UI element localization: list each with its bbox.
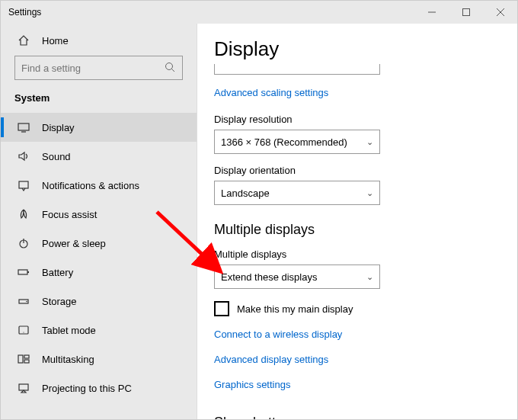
sidebar-item-label: Sound (42, 151, 71, 162)
power-icon (18, 237, 30, 249)
link-advanced-scaling[interactable]: Advanced scaling settings (214, 87, 328, 98)
orientation-label: Display orientation (214, 165, 517, 176)
body: Home System Display Sound (1, 24, 517, 419)
orientation-select[interactable]: Landscape ⌄ (214, 181, 380, 205)
resolution-value: 1366 × 768 (Recommended) (221, 136, 347, 148)
search-input[interactable] (14, 56, 183, 80)
home-label: Home (42, 35, 69, 46)
sidebar-item-battery[interactable]: Battery (1, 258, 197, 287)
sidebar-item-sound[interactable]: Sound (1, 142, 197, 171)
svg-rect-12 (27, 271, 29, 273)
svg-rect-17 (18, 355, 23, 363)
multiple-displays-heading: Multiple displays (214, 222, 517, 238)
chevron-down-icon: ⌄ (366, 137, 373, 147)
svg-rect-8 (19, 181, 28, 188)
sidebar-item-storage[interactable]: Storage (1, 287, 197, 316)
svg-point-16 (23, 332, 24, 332)
multiple-displays-value: Extend these displays (221, 271, 317, 283)
multiple-displays-select[interactable]: Extend these displays ⌄ (214, 265, 380, 289)
sidebar-item-label: Battery (42, 267, 73, 278)
svg-rect-20 (19, 384, 28, 390)
scale-field-frame (214, 64, 380, 75)
sidebar-item-label: Tablet mode (42, 325, 96, 336)
multiple-displays-label: Multiple displays (214, 248, 517, 260)
svg-point-4 (166, 63, 173, 70)
window-title: Settings (8, 7, 41, 18)
sidebar-section-label: System (1, 85, 197, 113)
chevron-down-icon: ⌄ (366, 188, 373, 198)
sidebar-item-focus-assist[interactable]: Focus assist (1, 200, 197, 229)
svg-line-5 (172, 69, 175, 72)
focus-assist-icon (18, 208, 30, 220)
chevron-down-icon: ⌄ (366, 272, 373, 282)
sidebar-item-multitasking[interactable]: Multitasking (1, 345, 197, 374)
link-advanced-display[interactable]: Advanced display settings (214, 354, 328, 365)
home-button[interactable]: Home (1, 24, 197, 56)
search-icon (165, 62, 175, 72)
titlebar: Settings (1, 1, 517, 24)
notifications-icon (18, 179, 30, 191)
link-graphics-settings[interactable]: Graphics settings (214, 379, 290, 390)
svg-rect-18 (24, 355, 29, 358)
sidebar-item-label: Projecting to this PC (42, 383, 132, 394)
close-button[interactable] (483, 1, 517, 24)
svg-rect-19 (24, 360, 29, 363)
main-display-checkbox-row[interactable]: Make this my main display (214, 301, 517, 316)
sidebar-item-notifications[interactable]: Notifications & actions (1, 171, 197, 200)
svg-rect-6 (18, 123, 29, 130)
minimize-button[interactable] (414, 1, 449, 24)
search-wrap (1, 56, 197, 85)
sidebar-item-display[interactable]: Display (1, 113, 197, 142)
main-display-checkbox[interactable] (214, 301, 229, 316)
settings-window: Settings Home System Di (0, 0, 518, 420)
display-icon (18, 121, 30, 133)
sidebar-item-label: Multitasking (42, 354, 94, 365)
page-title: Display (214, 37, 517, 61)
svg-point-14 (26, 301, 27, 303)
sidebar-item-label: Notifications & actions (42, 180, 139, 191)
resolution-label: Display resolution (214, 114, 517, 125)
sidebar: Home System Display Sound (1, 24, 197, 419)
link-wireless-display[interactable]: Connect to a wireless display (214, 329, 342, 340)
svg-rect-1 (462, 9, 469, 16)
sidebar-item-power-sleep[interactable]: Power & sleep (1, 229, 197, 258)
sidebar-item-label: Display (42, 122, 75, 133)
orientation-value: Landscape (221, 188, 270, 199)
resolution-select[interactable]: 1366 × 768 (Recommended) ⌄ (214, 130, 380, 154)
sidebar-item-label: Power & sleep (42, 238, 106, 249)
home-icon (18, 34, 30, 46)
sleep-better-heading: Sleep better (214, 415, 517, 419)
battery-icon (18, 266, 30, 278)
main-display-checkbox-label: Make this my main display (237, 303, 353, 315)
sidebar-item-tablet-mode[interactable]: Tablet mode (1, 316, 197, 345)
sidebar-item-label: Storage (42, 296, 77, 307)
maximize-button[interactable] (449, 1, 483, 24)
content-pane: Display Advanced scaling settings Displa… (197, 24, 517, 419)
projecting-icon (18, 382, 30, 394)
multitasking-icon (18, 353, 30, 365)
sidebar-item-label: Focus assist (42, 209, 97, 220)
storage-icon (18, 295, 30, 307)
window-controls (414, 1, 517, 24)
sound-icon (18, 150, 30, 162)
svg-rect-11 (18, 270, 27, 274)
tablet-icon (18, 324, 30, 336)
sidebar-item-projecting[interactable]: Projecting to this PC (1, 374, 197, 402)
nav-list: Display Sound Notifications & actions Fo… (1, 113, 197, 419)
